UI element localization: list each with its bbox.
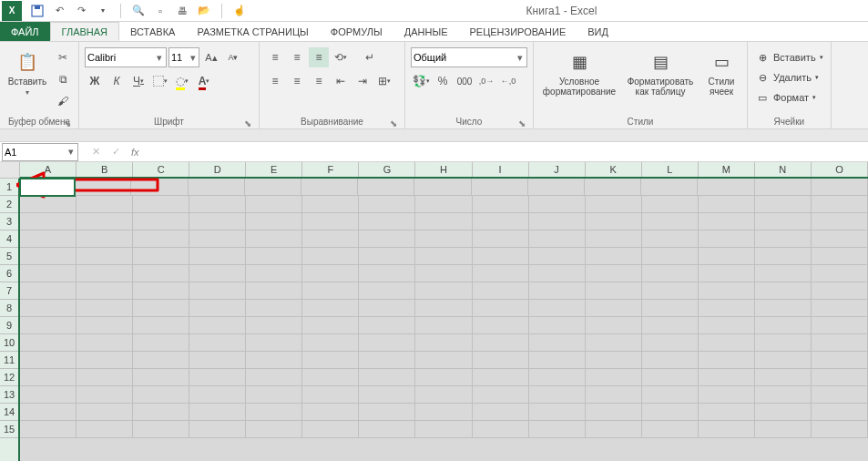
cell[interactable] <box>189 334 246 352</box>
dialog-launcher-icon[interactable]: ⬊ <box>388 118 399 128</box>
cell[interactable] <box>246 317 302 334</box>
cell[interactable] <box>133 265 189 282</box>
cell[interactable] <box>529 248 586 265</box>
chevron-down-icon[interactable]: ▾ <box>515 52 525 64</box>
cell[interactable] <box>529 196 586 213</box>
cell[interactable] <box>189 265 246 282</box>
column-header[interactable]: F <box>302 162 359 177</box>
cell[interactable] <box>20 317 77 334</box>
cell[interactable] <box>133 213 189 230</box>
cell[interactable] <box>415 421 472 438</box>
bold-button[interactable]: Ж <box>85 71 105 91</box>
align-center-icon[interactable]: ≡ <box>287 71 307 91</box>
cell[interactable] <box>189 230 246 248</box>
increase-indent-icon[interactable]: ⇥ <box>352 71 373 91</box>
chevron-down-icon[interactable]: ▾ <box>66 146 76 158</box>
cell[interactable] <box>812 404 868 421</box>
comma-style-icon[interactable]: 000 <box>454 71 475 91</box>
cell[interactable] <box>586 230 642 248</box>
cell[interactable] <box>529 386 586 404</box>
merge-center-icon[interactable]: ⊞▾ <box>374 71 394 91</box>
cell[interactable] <box>415 352 472 369</box>
cell[interactable] <box>359 196 415 213</box>
cell[interactable] <box>812 369 868 386</box>
cell[interactable] <box>359 317 415 334</box>
align-top-icon[interactable]: ≡ <box>265 47 285 67</box>
cell[interactable] <box>528 179 585 196</box>
cell[interactable] <box>473 369 529 386</box>
undo-icon[interactable]: ↶ <box>51 3 67 19</box>
cell[interactable] <box>133 369 189 386</box>
cell[interactable] <box>699 248 755 265</box>
cell[interactable] <box>246 196 302 213</box>
cell[interactable] <box>529 334 586 352</box>
column-header[interactable]: E <box>246 162 302 177</box>
cell[interactable] <box>359 404 415 421</box>
column-header[interactable]: K <box>586 162 642 177</box>
cell[interactable] <box>133 282 189 300</box>
cell[interactable] <box>133 248 189 265</box>
cell[interactable] <box>359 334 415 352</box>
cell[interactable] <box>20 369 77 386</box>
cell[interactable] <box>755 386 812 404</box>
align-left-icon[interactable]: ≡ <box>265 71 285 91</box>
cell[interactable] <box>77 248 133 265</box>
cancel-edit-icon[interactable]: ✕ <box>87 144 104 160</box>
cell[interactable] <box>642 196 699 213</box>
cell[interactable] <box>415 265 472 282</box>
cell[interactable] <box>415 317 472 334</box>
cell[interactable] <box>359 282 415 300</box>
decrease-indent-icon[interactable]: ⇤ <box>331 71 351 91</box>
accounting-format-icon[interactable]: 💱▾ <box>411 71 431 91</box>
cell[interactable] <box>812 196 868 213</box>
cell[interactable] <box>246 213 302 230</box>
row-header[interactable]: 8 <box>0 300 18 317</box>
number-format-combo[interactable]: ▾ <box>411 47 527 67</box>
cell[interactable] <box>302 230 359 248</box>
underline-button[interactable]: Ч▾ <box>128 71 148 91</box>
cell[interactable] <box>189 213 246 230</box>
align-bottom-icon[interactable]: ≡ <box>309 47 329 67</box>
cell[interactable] <box>473 300 529 317</box>
cell[interactable] <box>133 230 189 248</box>
cell[interactable] <box>812 334 868 352</box>
cell[interactable] <box>586 213 642 230</box>
cell[interactable] <box>529 282 586 300</box>
cell[interactable] <box>642 352 699 369</box>
new-icon[interactable]: ▫ <box>152 3 168 19</box>
cell[interactable] <box>77 421 133 438</box>
cell[interactable] <box>189 404 246 421</box>
cell[interactable] <box>586 369 642 386</box>
cell[interactable] <box>77 230 133 248</box>
column-header[interactable]: C <box>133 162 189 177</box>
row-header[interactable]: 15 <box>0 421 18 438</box>
cell[interactable] <box>586 404 642 421</box>
cell[interactable] <box>586 300 642 317</box>
cell[interactable] <box>358 179 414 196</box>
cell[interactable] <box>473 213 529 230</box>
row-header[interactable]: 14 <box>0 404 18 421</box>
cell[interactable] <box>812 421 868 438</box>
cell[interactable] <box>415 369 472 386</box>
cell[interactable] <box>20 196 77 213</box>
tab-insert[interactable]: ВСТАВКА <box>119 22 186 41</box>
borders-icon[interactable]: ▾ <box>150 71 170 91</box>
cell[interactable] <box>699 352 755 369</box>
dialog-launcher-icon[interactable]: ⬊ <box>62 118 73 128</box>
cell[interactable] <box>189 282 246 300</box>
row-header[interactable]: 7 <box>0 282 18 300</box>
cell[interactable] <box>755 282 812 300</box>
cell[interactable] <box>246 421 302 438</box>
cell[interactable] <box>642 248 699 265</box>
cell[interactable] <box>586 282 642 300</box>
paste-button[interactable]: 📋 Вставить ▾ <box>5 47 49 98</box>
cell[interactable] <box>77 317 133 334</box>
delete-cells-button[interactable]: ⊖Удалить▾ <box>753 67 821 87</box>
cell[interactable] <box>359 369 415 386</box>
cell[interactable] <box>473 265 529 282</box>
cell[interactable] <box>586 352 642 369</box>
cell[interactable] <box>642 334 699 352</box>
chevron-down-icon[interactable]: ▾ <box>155 52 165 64</box>
cell[interactable] <box>473 248 529 265</box>
cell[interactable] <box>473 282 529 300</box>
